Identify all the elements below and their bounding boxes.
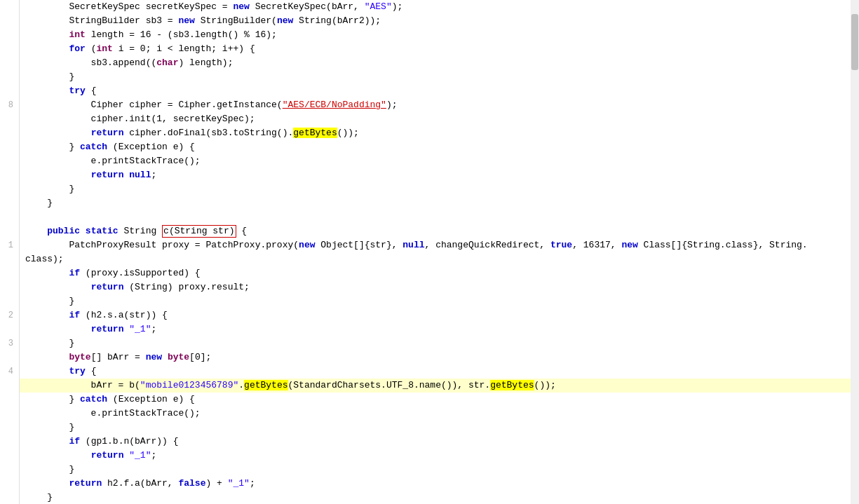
code-line-returnfinal: return h2.f.a(bArr, false) + "_1"; [20, 477, 851, 491]
code-line-closecatch1: } [20, 182, 851, 196]
code-line-ifproxy: if (proxy.isSupported) { [20, 266, 851, 280]
line-num-10 [3, 126, 13, 140]
line-num-15 [3, 196, 13, 210]
vertical-scrollbar[interactable] [851, 0, 859, 504]
code-line-closemain: } [20, 491, 851, 504]
code-line-stacktrace1: e.printStackTrace(); [20, 154, 851, 168]
line-num-5 [3, 56, 13, 70]
line-num-12 [3, 154, 13, 168]
code-line-7: return cipher.doFinal(sb3.toString().get… [20, 126, 851, 140]
code-line-closeifgp1: } [20, 463, 851, 477]
code-line-return1: return "_1"; [20, 322, 851, 336]
editor-container: 8 1 2 3 4 SecretKeySpec secre [0, 0, 859, 504]
code-line-closebrace1: } [20, 70, 851, 84]
line-num-25: 3 [3, 336, 13, 350]
code-line-6: cipher.init(1, secretKeySpec); [20, 112, 851, 126]
line-num-23: 2 [3, 308, 13, 322]
line-num-19 [3, 252, 13, 266]
line-num-32 [3, 435, 13, 449]
code-line-publicstatic: public static String c(String str) { [20, 224, 851, 238]
line-num-9 [3, 112, 13, 126]
line-num-blank3 [3, 28, 13, 42]
code-line-barr-highlighted: bArr = b("mobile0123456789".getBytes(Sta… [20, 379, 851, 393]
code-line-1: SecretKeySpec secretKeySpec = new Secret… [20, 0, 851, 14]
line-num-13 [3, 168, 13, 182]
code-line-try2: try { [20, 365, 851, 379]
code-line-closeifproxy: } [20, 294, 851, 308]
code-line-blank2 [20, 210, 851, 224]
line-num-29 [3, 393, 13, 407]
line-num-16 [3, 210, 13, 224]
code-line-bytearr: byte[] bArr = new byte[0]; [20, 350, 851, 365]
line-num-22 [3, 294, 13, 308]
code-line-5: Cipher cipher = Cipher.getInstance("AES/… [20, 98, 851, 112]
code-line-3: int length = 16 - (sb3.length() % 16); [20, 28, 851, 42]
code-line-sb3append: sb3.append((char) length); [20, 56, 851, 70]
line-num-18: 1 [3, 238, 13, 252]
line-num-31 [3, 421, 13, 435]
line-num-20 [3, 266, 13, 280]
code-line-ifgp1: if (gp1.b.n(bArr)) { [20, 435, 851, 449]
code-line-closecatch2: } [20, 421, 851, 435]
line-numbers: 8 1 2 3 4 [0, 0, 20, 504]
code-line-returnstring: return (String) proxy.result; [20, 280, 851, 294]
code-line-catch2: } catch (Exception e) { [20, 393, 851, 407]
code-line-return1b: return "_1"; [20, 449, 851, 463]
line-num-7 [3, 84, 13, 98]
code-line-closeifh2: } [20, 336, 851, 350]
code-area[interactable]: SecretKeySpec secretKeySpec = new Secret… [20, 0, 851, 504]
line-num-17 [3, 224, 13, 238]
line-num-28 [3, 379, 13, 393]
code-line-blank1: } [20, 196, 851, 210]
code-line-returnnull: return null; [20, 168, 851, 182]
code-line-ifh2: if (h2.s.a(str)) { [20, 308, 851, 322]
line-num-6 [3, 70, 13, 84]
code-line-catch1: } catch (Exception e) { [20, 140, 851, 154]
line-num-14 [3, 182, 13, 196]
code-line-try1: try { [20, 84, 851, 98]
line-num-27: 4 [3, 365, 13, 379]
code-line-2: StringBuilder sb3 = new StringBuilder(ne… [20, 14, 851, 28]
line-num-24 [3, 322, 13, 336]
line-num-11 [3, 140, 13, 154]
code-line-4: for (int i = 0; i < length; i++) { [20, 42, 851, 56]
code-line-classend: class); [20, 252, 851, 266]
line-num-blank2 [3, 14, 13, 28]
code-line-stacktrace2: e.printStackTrace(); [20, 407, 851, 421]
line-num-blank1 [3, 0, 13, 14]
line-num-blank4 [3, 42, 13, 56]
line-num-30 [3, 407, 13, 421]
line-num-26 [3, 350, 13, 365]
line-num-8: 8 [3, 98, 13, 112]
code-line-patchproxy: PatchProxyResult proxy = PatchProxy.prox… [20, 238, 851, 252]
line-num-21 [3, 280, 13, 294]
scrollbar-thumb[interactable] [851, 14, 858, 70]
